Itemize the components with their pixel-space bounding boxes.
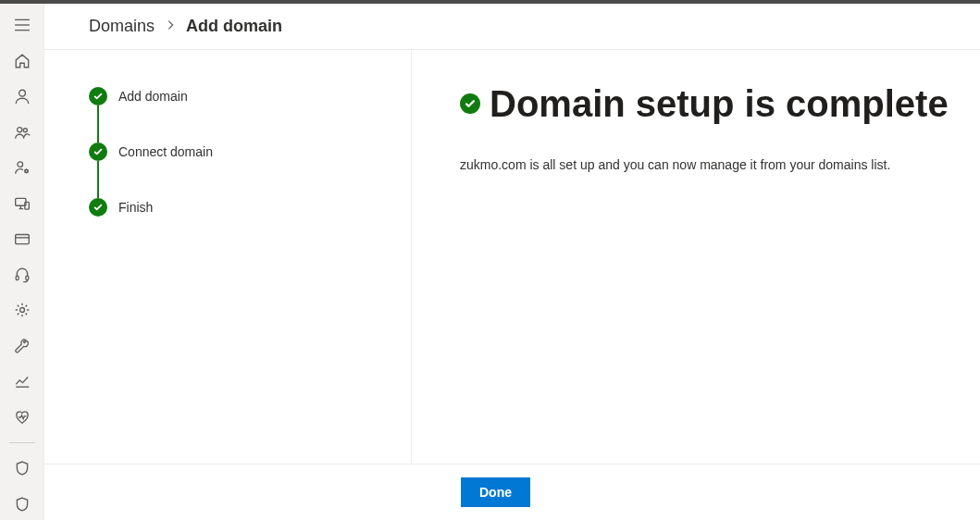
hamburger-icon — [14, 17, 31, 33]
headset-icon — [14, 266, 31, 283]
wrench-icon — [14, 338, 31, 354]
devices-icon — [14, 195, 31, 212]
step-label: Add domain — [118, 89, 188, 104]
breadcrumb-parent[interactable]: Domains — [89, 17, 155, 36]
nav-devices[interactable] — [0, 188, 44, 220]
user-gear-icon — [14, 159, 31, 176]
wizard-footer: Done — [44, 464, 980, 520]
rail-separator — [9, 442, 35, 443]
step-connector — [97, 105, 99, 142]
nav-support[interactable] — [0, 259, 44, 291]
user-icon — [14, 88, 31, 105]
nav-settings[interactable] — [0, 294, 44, 327]
nav-compliance[interactable] — [0, 488, 44, 520]
page-title: Domain setup is complete — [490, 83, 949, 124]
nav-teams[interactable] — [0, 117, 44, 149]
breadcrumb: Domains Add domain — [44, 4, 980, 50]
nav-setup[interactable] — [0, 330, 44, 363]
svg-point-4 — [17, 127, 21, 131]
svg-point-3 — [19, 91, 25, 97]
check-circle-icon — [460, 93, 480, 114]
step-label: Finish — [118, 200, 153, 215]
home-icon — [14, 53, 31, 69]
step-finish: Finish — [89, 198, 389, 217]
check-circle-icon — [89, 142, 107, 161]
svg-point-6 — [17, 162, 22, 167]
shield-outline-icon — [14, 496, 31, 513]
menu-toggle[interactable] — [0, 9, 44, 42]
page-description: zukmo.com is all set up and you can now … — [460, 157, 961, 172]
steps-column: Add domain Connect domain — [44, 50, 412, 464]
breadcrumb-current: Add domain — [186, 17, 282, 36]
card-icon — [14, 230, 31, 247]
app-shell: Domains Add domain Add domain — [0, 4, 980, 520]
chevron-right-icon — [164, 17, 177, 36]
step-connect-domain: Connect domain — [89, 142, 389, 161]
shield-icon — [14, 460, 31, 477]
nav-health[interactable] — [0, 402, 44, 434]
step-add-domain: Add domain — [89, 87, 389, 105]
detail-column: Domain setup is complete zukmo.com is al… — [412, 50, 980, 464]
gear-icon — [14, 302, 31, 318]
left-rail — [0, 4, 44, 520]
users-icon — [14, 124, 31, 141]
step-label: Connect domain — [118, 144, 213, 159]
svg-rect-13 — [25, 276, 28, 280]
check-circle-icon — [89, 87, 107, 105]
reports-icon — [14, 373, 31, 390]
wizard-stepper: Add domain Connect domain — [89, 87, 389, 217]
svg-rect-12 — [16, 276, 19, 280]
main-area: Domains Add domain Add domain — [44, 4, 980, 520]
health-icon — [14, 409, 31, 426]
check-circle-icon — [89, 198, 107, 217]
svg-rect-9 — [24, 202, 29, 209]
step-connector — [97, 161, 99, 198]
nav-security[interactable] — [0, 452, 44, 485]
nav-reports[interactable] — [0, 365, 44, 398]
svg-point-5 — [23, 128, 27, 131]
nav-home[interactable] — [0, 45, 44, 78]
svg-rect-10 — [15, 235, 29, 244]
svg-point-14 — [19, 308, 24, 313]
nav-roles[interactable] — [0, 152, 44, 184]
nav-users[interactable] — [0, 80, 44, 113]
done-button[interactable]: Done — [461, 477, 530, 507]
content-row: Add domain Connect domain — [44, 50, 980, 464]
title-row: Domain setup is complete — [460, 83, 961, 124]
nav-billing[interactable] — [0, 223, 44, 255]
